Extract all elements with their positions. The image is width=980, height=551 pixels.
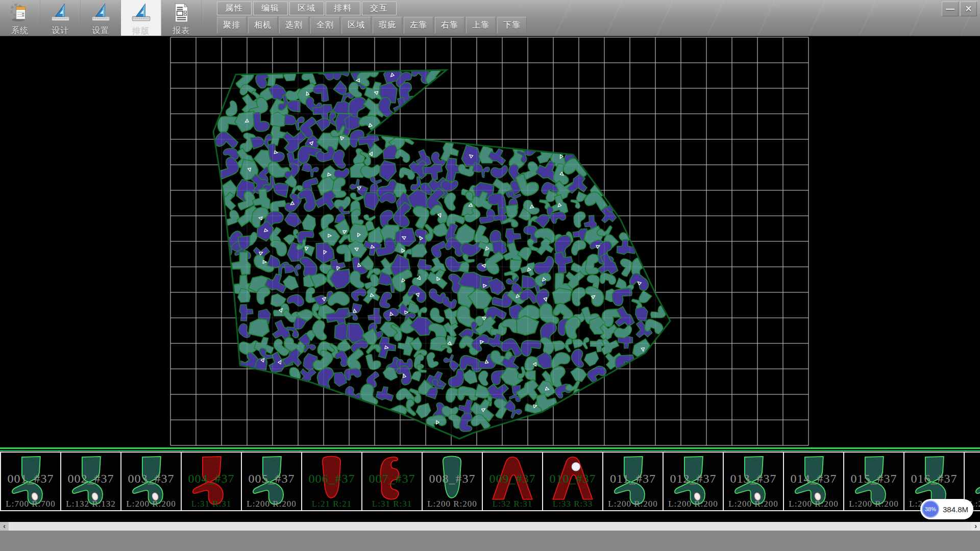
nesting-canvas-svg [0,36,980,447]
piece-shape [128,455,174,508]
thumbnail-cell[interactable]: 007_#37L:31 R:31 [362,453,423,510]
report-icon [170,0,192,26]
tool-button-4[interactable]: 全割 [310,17,340,34]
status-badge: 38% 384.8M [920,499,973,519]
set-square-icon [90,0,111,26]
piece-shape [610,455,656,508]
piece-shape [429,455,475,508]
menu-tab-bar: 属性编辑区域排料交互 [217,2,397,15]
menu-tab-4[interactable]: 排料 [326,2,360,15]
piece-shape [8,455,54,508]
app-mode-3[interactable]: 设置 [81,0,121,36]
menu-tab-5[interactable]: 交互 [362,2,397,15]
tool-button-7[interactable]: 左靠 [404,17,433,34]
piece-shape [550,455,596,508]
piece-shape [851,455,897,508]
piece-shape [188,455,234,508]
thumbnail-cell[interactable]: 001_#37L:700 R:700 [0,453,61,510]
set-square-icon [50,0,71,26]
application-window: { "app": {"minimize_label": "—", "close_… [0,0,980,551]
piece-shape [971,455,980,508]
divider-line-dark [0,450,980,451]
tool-button-bar: 聚排相机选割全割区域瑕疵左靠右靠上靠下靠 [217,17,527,34]
menu-tab-1[interactable]: 属性 [217,2,252,15]
status-bar [0,531,980,551]
thumbnail-cell[interactable]: 009_#37L:32 R:31 [483,453,543,510]
piece-shape [489,455,535,508]
piece-shape [369,455,415,508]
app-mode-label: 排版 [132,26,150,35]
thumbnail-cell[interactable]: 015_#37L:200 R:200 [844,453,904,510]
thumbnail-row: 001_#37L:700 R:700002_#37L:132 R:132003_… [0,452,980,511]
tool-button-1[interactable]: 聚排 [217,17,247,34]
scroll-left-icon[interactable]: ‹ [0,522,9,531]
tool-button-9[interactable]: 上靠 [466,17,496,34]
tool-button-2[interactable]: 相机 [248,17,278,34]
thumbnail-cell[interactable]: 008_#37L:200 R:200 [423,453,483,510]
piece-shape [791,455,837,508]
app-mode-label: 设计 [52,26,69,35]
tool-button-10[interactable]: 下靠 [497,17,527,34]
horizontal-scrollbar[interactable]: ‹ › [0,522,980,531]
app-mode-5[interactable]: 报表 [161,0,202,36]
tool-button-6[interactable]: 瑕疵 [373,17,402,34]
minimize-button[interactable]: — [942,2,959,16]
thumbnail-cell[interactable]: 004_#37L:31 R:31 [182,453,242,510]
thumbnail-cell[interactable]: 006_#37L:21 R:21 [302,453,362,510]
thumbnail-cell[interactable]: 003_#37L:200 R:200 [121,453,182,510]
close-button[interactable]: ✕ [960,2,977,16]
piece-shape [68,455,114,508]
piece-thumbnail-strip: 001_#37L:700 R:700002_#37L:132 R:132003_… [0,447,980,522]
thumbnail-cell[interactable]: 014_#37L:200 R:200 [784,453,844,510]
thumbnail-cell[interactable]: 013_#37L:200 R:200 [724,453,784,510]
piece-shape [670,455,716,508]
thumbnail-cell[interactable]: 002_#37L:132 R:132 [61,453,121,510]
gear-doc-icon [9,0,31,26]
thumbnail-cell[interactable]: 005_#37L:200 R:200 [242,453,302,510]
app-mode-2[interactable]: 设计 [40,0,81,36]
app-mode-label: 系统 [11,26,29,35]
tool-button-5[interactable]: 区域 [341,17,371,34]
memory-usage-label: 384.8M [943,505,968,514]
thumbnail-cell[interactable]: 012_#37L:200 R:200 [664,453,724,510]
menu-tab-3[interactable]: 区域 [289,2,324,15]
app-mode-4[interactable]: 排版 [121,0,161,36]
toolbar: 系统 设计 设置 排版 报表 属性编辑区域排料交互 聚排相机选割全割区域瑕疵左靠… [0,0,980,36]
piece-shape [730,455,776,508]
nesting-canvas[interactable] [0,36,980,447]
app-mode-1[interactable]: 系统 [0,0,40,36]
toolbar-texture [521,0,980,36]
tool-button-8[interactable]: 右靠 [435,17,464,34]
piece-shape [309,455,355,508]
window-controls: — ✕ [942,2,977,16]
progress-circle: 38% [922,500,939,518]
menu-tab-2[interactable]: 编辑 [253,2,288,15]
main-icon-bar: 系统 设计 设置 排版 报表 [0,0,202,36]
scrollbar-thumb[interactable] [9,522,971,531]
scroll-right-icon[interactable]: › [971,522,980,531]
divider-line-bright [0,447,980,449]
set-square-icon [130,0,152,26]
app-mode-label: 设置 [92,26,109,35]
piece-shape [249,455,295,508]
thumbnail-cell[interactable]: 010_#37L:33 R:33 [543,453,603,510]
tool-button-3[interactable]: 选割 [279,17,309,34]
app-mode-label: 报表 [173,26,190,35]
thumbnail-cell[interactable]: 011_#37L:200 R:200 [603,453,664,510]
